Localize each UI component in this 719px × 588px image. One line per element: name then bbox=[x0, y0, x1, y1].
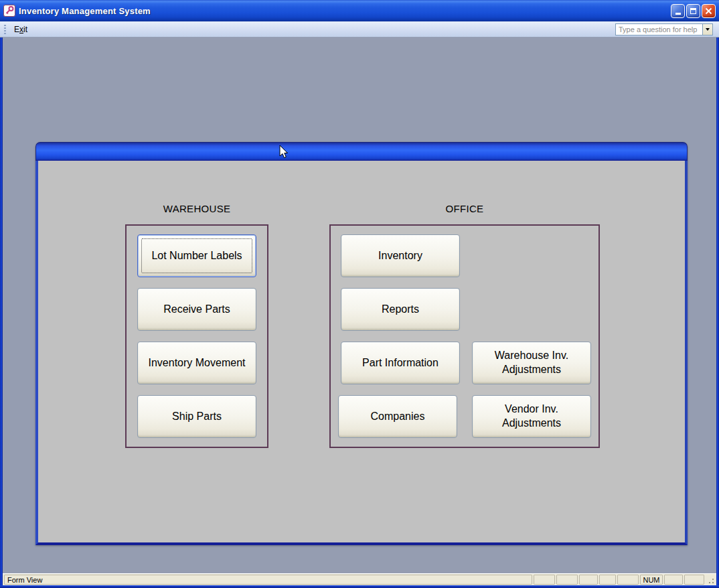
statusbar: Form View NUM bbox=[3, 573, 716, 585]
statusbar-view-mode: Form View bbox=[4, 575, 532, 585]
switchboard-form: WAREHOUSE Lot Number Labels Receive Part… bbox=[35, 142, 688, 545]
reports-label: Reports bbox=[382, 303, 419, 317]
window-controls bbox=[671, 4, 716, 18]
statusbar-panel bbox=[684, 575, 704, 585]
menu-item-exit[interactable]: Exit bbox=[9, 23, 32, 36]
menubar: Exit bbox=[0, 21, 719, 38]
app-access-key-icon bbox=[3, 5, 15, 17]
companies-button[interactable]: Companies bbox=[338, 395, 457, 438]
inventory-label: Inventory bbox=[378, 249, 422, 263]
companies-label: Companies bbox=[371, 410, 425, 424]
window-frame-left bbox=[0, 21, 3, 588]
office-section-title: OFFICE bbox=[329, 203, 600, 214]
warehouse-section-title: WAREHOUSE bbox=[125, 203, 268, 214]
workspace: WAREHOUSE Lot Number Labels Receive Part… bbox=[3, 38, 716, 573]
ship-parts-button[interactable]: Ship Parts bbox=[137, 395, 256, 438]
chevron-down-icon bbox=[706, 28, 710, 31]
help-dropdown-button[interactable] bbox=[702, 23, 713, 35]
receive-parts-label: Receive Parts bbox=[163, 303, 230, 317]
titlebar: Inventory Management System bbox=[0, 0, 719, 21]
help-question-input[interactable] bbox=[615, 23, 702, 35]
close-icon bbox=[705, 7, 712, 15]
lot-number-labels-button[interactable]: Lot Number Labels bbox=[137, 234, 256, 277]
statusbar-panel bbox=[664, 575, 683, 585]
part-information-label: Part Information bbox=[362, 356, 438, 370]
part-information-button[interactable]: Part Information bbox=[341, 342, 460, 384]
window-frame-right bbox=[716, 21, 719, 588]
maximize-button[interactable] bbox=[686, 4, 700, 18]
resize-grip[interactable] bbox=[706, 575, 715, 585]
app-window: Inventory Management System Exit bbox=[0, 0, 719, 588]
window-frame-bottom bbox=[0, 585, 719, 588]
form-body: WAREHOUSE Lot Number Labels Receive Part… bbox=[35, 161, 688, 545]
statusbar-panel bbox=[556, 575, 578, 585]
reports-button[interactable]: Reports bbox=[341, 288, 460, 331]
statusbar-panel bbox=[579, 575, 598, 585]
inventory-movement-button[interactable]: Inventory Movement bbox=[137, 342, 256, 384]
mouse-cursor-arrow bbox=[279, 145, 289, 159]
inventory-button[interactable]: Inventory bbox=[341, 234, 460, 277]
vendor-inv-adjustments-label: Vendor Inv. Adjustments bbox=[478, 402, 585, 431]
statusbar-num-lock-indicator: NUM bbox=[640, 575, 663, 585]
statusbar-panel bbox=[617, 575, 639, 585]
maximize-icon bbox=[690, 8, 696, 14]
minimize-button[interactable] bbox=[671, 4, 685, 18]
ship-parts-label: Ship Parts bbox=[172, 410, 222, 424]
statusbar-panel bbox=[599, 575, 616, 585]
window-title: Inventory Management System bbox=[19, 6, 151, 16]
exit-label-pre: E bbox=[14, 25, 19, 34]
toolbar-grip-handle[interactable] bbox=[4, 25, 6, 34]
statusbar-panel bbox=[534, 575, 555, 585]
minimize-icon bbox=[675, 13, 681, 15]
warehouse-inv-adjustments-label: Warehouse Inv. Adjustments bbox=[478, 349, 585, 377]
help-question-combo bbox=[615, 23, 713, 35]
warehouse-inv-adjustments-button[interactable]: Warehouse Inv. Adjustments bbox=[472, 342, 591, 384]
exit-label-post: it bbox=[23, 25, 27, 34]
lot-number-labels-label: Lot Number Labels bbox=[151, 249, 242, 263]
form-header-bar bbox=[35, 142, 688, 161]
vendor-inv-adjustments-button[interactable]: Vendor Inv. Adjustments bbox=[472, 395, 591, 438]
close-button[interactable] bbox=[702, 4, 716, 18]
inventory-movement-label: Inventory Movement bbox=[149, 356, 246, 370]
receive-parts-button[interactable]: Receive Parts bbox=[137, 288, 256, 331]
